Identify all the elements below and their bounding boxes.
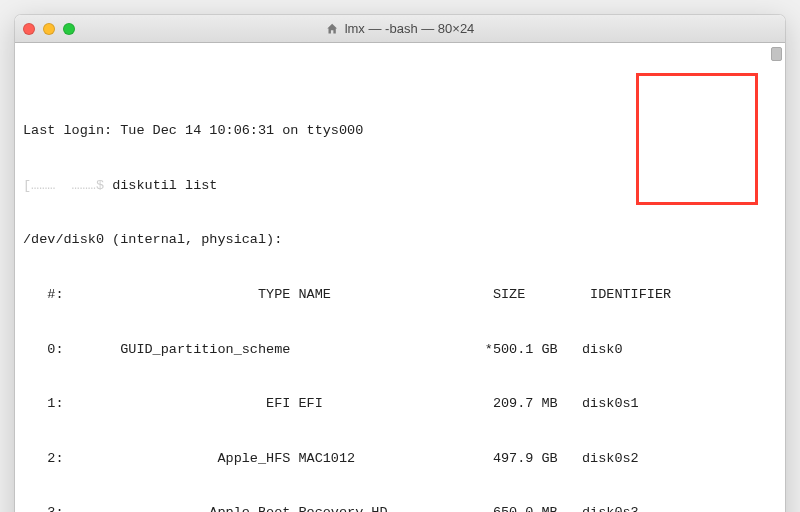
table-row: 3: Apple_Boot Recovery HD 650.0 MB disk0… [23,504,777,512]
table-row: 0: GUID_partition_scheme *500.1 GB disk0 [23,341,777,359]
titlebar[interactable]: lmx — -bash — 80×24 [15,15,785,43]
command-text: diskutil list [112,178,217,193]
window-title: lmx — -bash — 80×24 [326,21,475,36]
traffic-lights [23,23,75,35]
last-login-line: Last login: Tue Dec 14 10:06:31 on ttys0… [23,122,777,140]
window-title-text: lmx — -bash — 80×24 [345,21,475,36]
home-icon [326,22,339,35]
terminal-window: lmx — -bash — 80×24 Last login: Tue Dec … [15,15,785,512]
terminal-body[interactable]: Last login: Tue Dec 14 10:06:31 on ttys0… [15,43,785,512]
device-line: /dev/disk0 (internal, physical): [23,231,777,249]
table-header: #: TYPE NAME SIZE IDENTIFIER [23,286,777,304]
table-row: 1: EFI EFI 209.7 MB disk0s1 [23,395,777,413]
command-line: [……… ………$ diskutil list [23,177,777,195]
maximize-icon[interactable] [63,23,75,35]
table-row: 2: Apple_HFS MAC1012 497.9 GB disk0s2 [23,450,777,468]
scrollbar-track[interactable] [769,47,783,512]
prompt-obscured: [……… ………$ [23,178,112,193]
minimize-icon[interactable] [43,23,55,35]
scrollbar-thumb[interactable] [771,47,782,61]
close-icon[interactable] [23,23,35,35]
